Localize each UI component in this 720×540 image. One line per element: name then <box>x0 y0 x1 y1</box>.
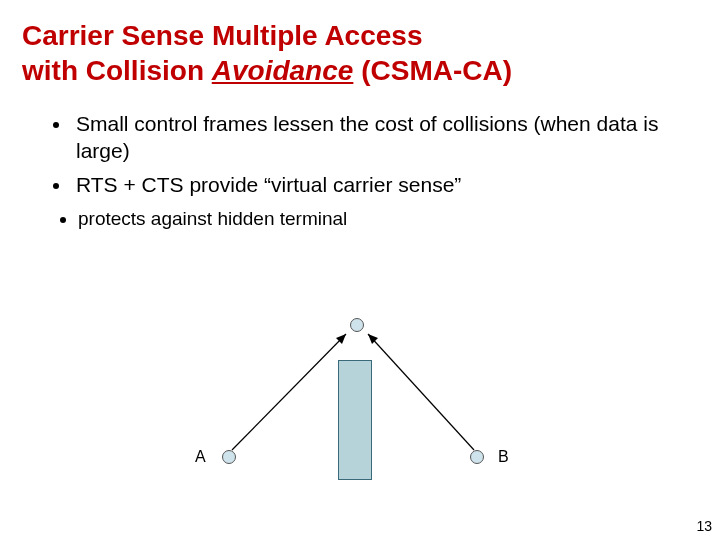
page-number: 13 <box>696 518 712 534</box>
diagram: A B <box>0 300 720 500</box>
bullet-list: Small control frames lessen the cost of … <box>22 110 698 198</box>
title-line2-em: Avoidance <box>212 55 354 86</box>
sub-bullet-item: protects against hidden terminal <box>78 208 698 230</box>
arrow-b-to-ap <box>368 334 474 450</box>
slide-title: Carrier Sense Multiple Access with Colli… <box>22 18 698 88</box>
title-line2-post: (CSMA-CA) <box>353 55 512 86</box>
arrow-a-to-ap <box>232 334 346 450</box>
slide: Carrier Sense Multiple Access with Colli… <box>0 0 720 540</box>
bullet-item: Small control frames lessen the cost of … <box>72 110 698 165</box>
sub-bullet-list: protects against hidden terminal <box>22 208 698 230</box>
title-line2-pre: with Collision <box>22 55 212 86</box>
title-line1: Carrier Sense Multiple Access <box>22 20 422 51</box>
bullet-item: RTS + CTS provide “virtual carrier sense… <box>72 171 698 198</box>
arrow-layer <box>0 300 720 500</box>
